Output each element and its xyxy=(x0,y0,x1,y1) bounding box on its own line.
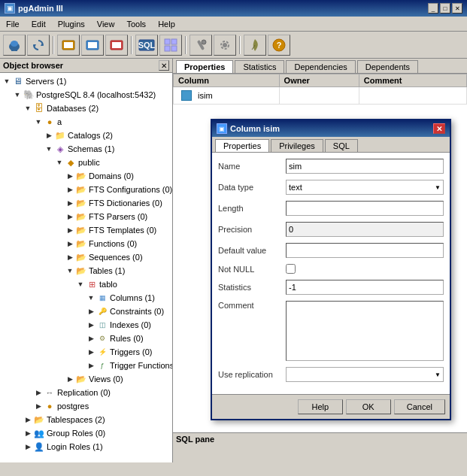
tree-item-columns[interactable]: ▼ ▦ Columns (1) xyxy=(2,291,171,305)
column-dialog[interactable]: ▣ Column isim ✕ Properties Privileges SQ… xyxy=(211,119,451,420)
tree-item-public[interactable]: ▼ ◆ public xyxy=(2,156,171,169)
tree-item-tables[interactable]: ▼ 📂 Tables (1) xyxy=(2,264,171,277)
dialog-close-button[interactable]: ✕ xyxy=(433,123,445,134)
tree-label: Replication (0) xyxy=(57,388,111,397)
tree-label: tablo xyxy=(99,280,117,289)
menu-bar: File Edit Plugins View Tools Help xyxy=(0,17,467,32)
menu-view[interactable]: View xyxy=(94,19,118,29)
tree-item-functions[interactable]: ▶ 📂 Functions (0) xyxy=(2,237,171,250)
default-value-input[interactable] xyxy=(286,243,444,258)
datatype-dropdown-arrow: ▼ xyxy=(435,184,441,191)
expand-arrow: ▶ xyxy=(23,428,33,438)
tree-label: Functions (0) xyxy=(89,239,137,248)
col-icon-cell: isim xyxy=(174,87,280,105)
fts-dict-icon: 📂 xyxy=(75,197,87,209)
tree-item-pg84[interactable]: ▼ 🐘 PostgreSQL 8.4 (localhost:5432) xyxy=(2,88,171,102)
tree-item-sequences[interactable]: ▶ 📂 Sequences (0) xyxy=(2,250,171,264)
svg-rect-9 xyxy=(88,42,97,48)
toolbar-wrench-btn[interactable] xyxy=(190,35,212,56)
tree-item-catalogs[interactable]: ▶ 📁 Catalogs (2) xyxy=(2,129,171,142)
menu-plugins[interactable]: Plugins xyxy=(55,19,88,29)
tree-item-trigger-funcs[interactable]: ▶ ƒ Trigger Functions (0) xyxy=(2,359,171,372)
tree-item-databases[interactable]: ▼ 🗄 Databases (2) xyxy=(2,102,171,115)
length-input[interactable] xyxy=(286,201,444,216)
dialog-tab-sql[interactable]: SQL xyxy=(325,139,358,152)
expand-arrow: ▶ xyxy=(23,414,33,425)
toolbar-elephant-btn[interactable] xyxy=(3,35,26,56)
svg-rect-3 xyxy=(15,48,17,51)
tree-container[interactable]: ▼ 🖥 Servers (1) ▼ 🐘 PostgreSQL 8.4 (loca… xyxy=(0,73,172,462)
tree-item-constraints[interactable]: ▶ 🔑 Constraints (0) xyxy=(2,305,171,318)
tab-dependents[interactable]: Dependents xyxy=(357,60,418,73)
tree-item-triggers[interactable]: ▶ ⚡ Triggers (0) xyxy=(2,345,171,359)
tree-item-fts-parsers[interactable]: ▶ 📂 FTS Parsers (0) xyxy=(2,210,171,223)
tree-item-a[interactable]: ▼ ● a xyxy=(2,115,171,129)
tree-item-rules[interactable]: ▶ ⚙ Rules (0) xyxy=(2,332,171,345)
table-row[interactable]: isim xyxy=(174,87,467,105)
ok-button[interactable]: OK xyxy=(346,399,391,414)
comment-textarea[interactable] xyxy=(286,301,444,361)
tree-item-schemas[interactable]: ▼ ◈ Schemas (1) xyxy=(2,142,171,156)
help-button[interactable]: Help xyxy=(298,399,343,414)
schema-icon: ◆ xyxy=(65,156,77,168)
name-input[interactable] xyxy=(286,159,444,174)
tree-item-group-roles[interactable]: ▶ 👥 Group Roles (0) xyxy=(2,426,171,440)
tree-item-fts-configs[interactable]: ▶ 📂 FTS Configurations (0) xyxy=(2,183,171,196)
tab-dependencies[interactable]: Dependencies xyxy=(286,60,355,73)
tree-label: Trigger Functions (0) xyxy=(110,361,172,370)
menu-file[interactable]: File xyxy=(3,19,23,29)
toolbar-obj1-btn[interactable] xyxy=(57,35,80,56)
tree-item-postgres[interactable]: ▶ ● postgres xyxy=(2,399,171,413)
tree-item-replication[interactable]: ▶ ↔ Replication (0) xyxy=(2,386,171,399)
tree-item-domains[interactable]: ▶ 📂 Domains (0) xyxy=(2,169,171,183)
expand-arrow: ▶ xyxy=(44,130,54,141)
dialog-tab-properties[interactable]: Properties xyxy=(215,139,269,152)
svg-rect-11 xyxy=(112,42,121,48)
triggers-icon: ⚡ xyxy=(96,346,108,358)
expand-arrow: ▶ xyxy=(86,306,96,317)
tree-item-fts-templates[interactable]: ▶ 📂 FTS Templates (0) xyxy=(2,223,171,237)
minimize-button[interactable]: _ xyxy=(428,3,438,14)
tab-statistics[interactable]: Statistics xyxy=(235,60,284,73)
precision-input[interactable] xyxy=(286,222,444,237)
maximize-button[interactable]: □ xyxy=(440,3,450,14)
toolbar-sep-1 xyxy=(53,36,54,54)
close-button[interactable]: ✕ xyxy=(452,3,462,14)
toolbar-sql-btn[interactable]: SQL xyxy=(135,35,158,56)
tab-properties[interactable]: Properties xyxy=(176,60,233,73)
toolbar-feather-btn[interactable] xyxy=(244,35,266,56)
field-row-default-value: Default value xyxy=(218,243,444,258)
toolbar-obj3-btn[interactable] xyxy=(105,35,128,56)
tree-item-login-roles[interactable]: ▶ 👤 Login Roles (1) xyxy=(2,440,171,453)
toolbar-gear-btn[interactable] xyxy=(214,35,236,56)
toolbar-obj2-btn[interactable] xyxy=(81,35,104,56)
tree-item-indexes[interactable]: ▶ ◫ Indexes (0) xyxy=(2,318,171,332)
use-replication-select[interactable]: ▼ xyxy=(286,367,444,382)
menu-tools[interactable]: Tools xyxy=(123,19,149,29)
expand-arrow: ▶ xyxy=(65,198,75,208)
tree-item-fts-dict[interactable]: ▶ 📂 FTS Dictionaries (0) xyxy=(2,196,171,210)
col-header-owner: Owner xyxy=(279,74,359,87)
toolbar-refresh-btn[interactable] xyxy=(27,35,50,56)
tree-item-tablespaces[interactable]: ▶ 📂 Tablespaces (2) xyxy=(2,413,171,426)
svg-rect-16 xyxy=(165,46,170,51)
tree-item-tablo[interactable]: ▼ ⊞ tablo xyxy=(2,277,171,291)
menu-help[interactable]: Help xyxy=(155,19,178,29)
col-name-value: isim xyxy=(198,91,213,100)
trigger-funcs-icon: ƒ xyxy=(96,359,108,371)
datatype-label: Data type xyxy=(218,183,286,192)
tree-item-servers[interactable]: ▼ 🖥 Servers (1) xyxy=(2,74,171,88)
cancel-button[interactable]: Cancel xyxy=(394,399,445,414)
toolbar-grid-btn[interactable] xyxy=(159,35,182,56)
datatype-select[interactable]: text ▼ xyxy=(286,180,444,195)
menu-edit[interactable]: Edit xyxy=(29,19,49,29)
toolbar-help-btn[interactable]: ? xyxy=(268,35,290,56)
statistics-input[interactable] xyxy=(286,280,444,295)
tree-item-views[interactable]: ▶ 📂 Views (0) xyxy=(2,372,171,386)
not-null-checkbox[interactable] xyxy=(286,264,296,274)
tree-label: Servers (1) xyxy=(26,77,66,86)
precision-label: Precision xyxy=(218,225,286,234)
browser-close-button[interactable]: ✕ xyxy=(159,60,169,71)
dialog-tab-privileges[interactable]: Privileges xyxy=(271,139,323,152)
statistics-label: Statistics xyxy=(218,283,286,292)
